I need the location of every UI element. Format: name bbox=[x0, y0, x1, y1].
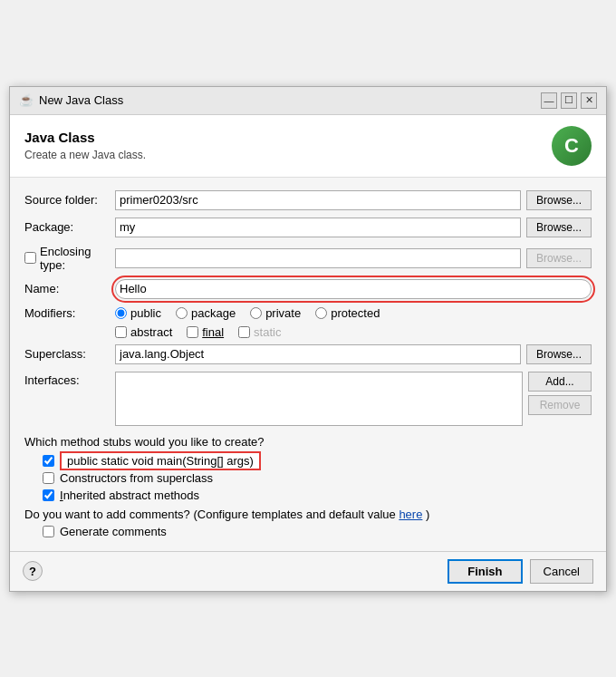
superclass-input[interactable] bbox=[115, 344, 521, 364]
name-input[interactable] bbox=[115, 279, 592, 299]
interfaces-remove-button: Remove bbox=[528, 395, 592, 415]
stub-constructors-item: Constructors from superclass bbox=[43, 471, 592, 485]
title-bar: ☕ New Java Class — ☐ ✕ bbox=[10, 87, 606, 115]
enclosing-type-input[interactable] bbox=[115, 248, 521, 268]
modifier-protected[interactable]: protected bbox=[315, 306, 380, 320]
header-text: Java Class Create a new Java class. bbox=[24, 130, 146, 161]
new-java-class-dialog: ☕ New Java Class — ☐ ✕ Java Class Create… bbox=[9, 86, 607, 592]
enclosing-type-row: Enclosing type: Browse... bbox=[24, 245, 592, 272]
modifier-public-radio[interactable] bbox=[115, 307, 127, 319]
close-button[interactable]: ✕ bbox=[581, 92, 597, 109]
comments-question: Do you want to add comments? (Configure … bbox=[24, 508, 592, 521]
title-controls: — ☐ ✕ bbox=[541, 92, 597, 109]
modifier-static[interactable]: static bbox=[238, 325, 281, 339]
stub-constructors-checkbox[interactable] bbox=[43, 472, 54, 484]
package-row: Package: Browse... bbox=[24, 218, 592, 237]
package-input[interactable] bbox=[115, 218, 521, 237]
method-stubs-list: public static void main(String[] args) C… bbox=[43, 454, 592, 502]
method-stubs-section: Which method stubs would you like to cre… bbox=[24, 435, 592, 502]
superclass-label: Superclass: bbox=[24, 347, 115, 361]
modifiers-check-group: abstract final static bbox=[115, 325, 380, 339]
modifier-private[interactable]: private bbox=[250, 306, 301, 320]
dialog-header: Java Class Create a new Java class. C bbox=[10, 115, 606, 178]
stub-inherited-checkbox[interactable] bbox=[43, 489, 54, 501]
modifier-static-checkbox[interactable] bbox=[238, 326, 250, 338]
modifiers-options: public package private protected bbox=[115, 306, 380, 339]
modifier-package-radio[interactable] bbox=[176, 307, 188, 319]
stub-main-label[interactable]: public static void main(String[] args) bbox=[60, 454, 261, 468]
interfaces-add-button[interactable]: Add... bbox=[528, 372, 592, 392]
source-folder-row: Source folder: Browse... bbox=[24, 190, 592, 210]
package-label: Package: bbox=[24, 220, 115, 234]
footer-left: ? bbox=[23, 561, 43, 581]
modifiers-label: Modifiers: bbox=[24, 306, 115, 320]
source-folder-label: Source folder: bbox=[24, 193, 115, 207]
generate-comments-label[interactable]: Generate comments bbox=[60, 525, 167, 538]
source-folder-input[interactable] bbox=[115, 190, 521, 210]
dialog-footer: ? Finish Cancel bbox=[10, 551, 606, 591]
enclosing-type-label[interactable]: Enclosing type: bbox=[40, 245, 115, 272]
generate-row: Generate comments bbox=[43, 525, 592, 538]
java-logo: C bbox=[552, 126, 592, 166]
interfaces-label: Interfaces: bbox=[24, 372, 115, 387]
cancel-button[interactable]: Cancel bbox=[530, 559, 593, 584]
enclosing-type-checkbox[interactable] bbox=[24, 252, 36, 264]
interfaces-row: Interfaces: Add... Remove bbox=[24, 372, 592, 426]
generate-comments-checkbox[interactable] bbox=[43, 526, 54, 537]
dialog-icon: ☕ bbox=[19, 93, 34, 108]
dialog-body: Source folder: Browse... Package: Browse… bbox=[10, 178, 606, 551]
interfaces-textarea[interactable] bbox=[115, 372, 523, 426]
footer-right: Finish Cancel bbox=[448, 559, 593, 584]
modifier-package[interactable]: package bbox=[176, 306, 236, 320]
modifiers-row: Modifiers: public package private bbox=[24, 306, 592, 339]
name-row: Name: bbox=[24, 279, 592, 299]
modifier-final-checkbox[interactable] bbox=[187, 326, 198, 338]
stub-constructors-label[interactable]: Constructors from superclass bbox=[60, 471, 213, 485]
enclosing-type-browse-button: Browse... bbox=[526, 248, 592, 268]
stub-inherited-label[interactable]: Inherited abstract methods bbox=[60, 488, 199, 502]
dialog-title: New Java Class bbox=[39, 93, 123, 107]
superclass-browse-button[interactable]: Browse... bbox=[526, 344, 592, 364]
help-button[interactable]: ? bbox=[23, 561, 43, 581]
stub-inherited-item: Inherited abstract methods bbox=[43, 488, 592, 502]
modifier-abstract[interactable]: abstract bbox=[115, 325, 172, 339]
modifier-private-radio[interactable] bbox=[250, 307, 262, 319]
stub-main-item: public static void main(String[] args) bbox=[43, 454, 592, 468]
enclosing-type-label-group: Enclosing type: bbox=[24, 245, 115, 272]
here-link[interactable]: here bbox=[399, 508, 422, 521]
header-subtitle: Create a new Java class. bbox=[24, 149, 146, 161]
minimize-button[interactable]: — bbox=[541, 92, 557, 109]
modifiers-radio-group: public package private protected bbox=[115, 306, 380, 320]
interfaces-buttons: Add... Remove bbox=[528, 372, 592, 415]
package-browse-button[interactable]: Browse... bbox=[526, 218, 592, 237]
modifier-final[interactable]: final bbox=[187, 325, 224, 339]
maximize-button[interactable]: ☐ bbox=[561, 92, 577, 109]
modifier-abstract-checkbox[interactable] bbox=[115, 326, 127, 338]
modifier-public[interactable]: public bbox=[115, 306, 161, 320]
method-stubs-question: Which method stubs would you like to cre… bbox=[24, 435, 592, 449]
modifier-protected-radio[interactable] bbox=[315, 307, 327, 319]
stub-main-checkbox[interactable] bbox=[43, 455, 54, 467]
source-folder-browse-button[interactable]: Browse... bbox=[526, 190, 592, 210]
comments-section: Do you want to add comments? (Configure … bbox=[24, 508, 592, 538]
header-title: Java Class bbox=[24, 130, 146, 145]
superclass-row: Superclass: Browse... bbox=[24, 344, 592, 364]
title-bar-left: ☕ New Java Class bbox=[19, 93, 123, 108]
name-label: Name: bbox=[24, 282, 115, 295]
finish-button[interactable]: Finish bbox=[448, 559, 522, 584]
